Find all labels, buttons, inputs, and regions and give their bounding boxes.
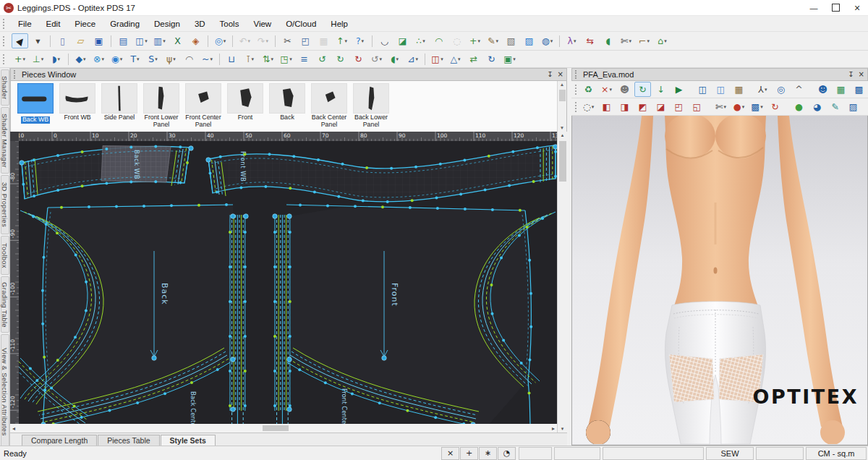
menu-file[interactable]: File [11, 18, 39, 30]
fabric-tube-button[interactable]: ◫ [694, 82, 711, 97]
curve-graph-button[interactable]: ◡ [376, 33, 393, 48]
texture-grid-button[interactable]: ▩▾ [749, 99, 765, 114]
pin-tool-button[interactable]: ⊺▾ [242, 51, 258, 67]
mesh-map-button[interactable]: ▩ [851, 82, 867, 97]
menu-edit[interactable]: Edit [39, 18, 68, 30]
scroll-up-icon[interactable]: ▲ [560, 81, 564, 88]
dart-button[interactable]: ◆▾ [72, 51, 89, 67]
print-button[interactable]: ▤ [115, 33, 132, 48]
sidebar-tab-3d-properties[interactable]: 3D Properties [1, 175, 9, 234]
menu-piece[interactable]: Piece [67, 18, 103, 30]
save-style-button[interactable]: ▣ [90, 33, 107, 48]
copy-button[interactable]: ◰ [297, 33, 314, 48]
fold-view-button[interactable]: ◖ [600, 33, 616, 48]
flip-direction-button[interactable]: ⇅▾ [260, 51, 276, 67]
cube-right-button[interactable]: ◪ [652, 99, 669, 114]
scene-props-button[interactable]: ≡ [863, 99, 868, 114]
fold-piece-button[interactable]: ◖▾ [386, 51, 403, 67]
menu-o-cloud[interactable]: O/Cloud [278, 18, 323, 30]
new-style-button[interactable]: ▯ [54, 33, 71, 48]
canvas-vertical-scrollbar[interactable]: ▴ ▾ [557, 132, 567, 433]
marquee-button[interactable]: ▧ [503, 33, 519, 48]
cube-back-button[interactable]: ◨ [616, 99, 633, 114]
menu-help[interactable]: Help [323, 18, 355, 30]
cut-button[interactable]: ✂ [279, 33, 296, 48]
mirror-piece-button[interactable]: ⊿▾ [404, 51, 421, 67]
delete-tool-button[interactable]: ⊔ [224, 51, 240, 67]
scroll-thumb[interactable] [263, 425, 289, 431]
piece-item-back-wb[interactable]: Back WB [15, 83, 56, 132]
cube-iso-button[interactable]: ◱ [689, 99, 705, 114]
move-point-button[interactable]: +▾ [12, 51, 28, 67]
wave-line-button[interactable]: ~▾ [199, 51, 216, 67]
clear-sim-button[interactable]: ×▾ [598, 82, 615, 97]
plotter-button[interactable]: ▥▾ [151, 33, 168, 48]
load-avatar-button[interactable]: ☻ [616, 82, 633, 97]
piece-item-front-wb[interactable]: Front WB [57, 83, 98, 132]
zoom-button[interactable]: ◎▾ [212, 33, 229, 48]
swap-sides-button[interactable]: ⇄ [465, 51, 482, 67]
cut-piece-button[interactable]: ✄▾ [618, 33, 634, 48]
rotate-angle-button[interactable]: ↻ [350, 51, 367, 67]
scroll-down-icon[interactable]: ▾ [559, 425, 566, 433]
minimize-button[interactable]: — [803, 0, 825, 15]
canvas-horizontal-scrollbar[interactable]: ◂ ▸ [10, 424, 557, 433]
stitch-swap-button[interactable]: ⇆ [582, 33, 598, 48]
button-button[interactable]: ◉▾ [109, 51, 125, 67]
pencil-notch-button[interactable]: ✎▾ [485, 33, 501, 48]
piece-item-front-lower-panel[interactable]: Front Lower Panel [141, 83, 182, 132]
overflow-chevron-button[interactable]: ^ [791, 82, 807, 97]
close-icon[interactable]: × [859, 70, 864, 79]
import-button[interactable]: ↑▾ [333, 33, 350, 48]
tension-map-button[interactable]: ▦ [833, 82, 849, 97]
undo-button[interactable]: ↶▾ [237, 33, 253, 48]
open-style-button[interactable]: ▱ [72, 33, 89, 48]
close-icon[interactable]: × [558, 70, 563, 79]
3d-viewport[interactable]: OPTITEX [571, 116, 868, 446]
cube-front-button[interactable]: ◧ [598, 99, 615, 114]
menu-design[interactable]: Design [147, 18, 187, 30]
place-pin-button[interactable]: ●▾ [731, 99, 747, 114]
fabric-tube-edit-button[interactable]: ◫ [712, 82, 729, 97]
restore-button[interactable] [825, 0, 846, 15]
shade-sphere-button[interactable]: ◕ [809, 99, 825, 114]
garment-button[interactable]: ⌂▾ [654, 33, 671, 48]
sync-2d3d-button[interactable]: ↻ [634, 82, 651, 97]
render-preview-button[interactable]: ◎ [773, 82, 789, 97]
sewing-machine-button[interactable]: ◗▾ [48, 51, 64, 67]
redo-button[interactable]: ↷▾ [255, 33, 271, 48]
refresh-sim-button[interactable]: ♻ [580, 82, 597, 97]
seam-shape-button[interactable]: S▾ [145, 51, 161, 67]
tab-pieces-table[interactable]: Pieces Table [98, 435, 159, 446]
help-button[interactable]: ?▾ [352, 33, 368, 48]
select-tool-button[interactable]: ▶ [12, 33, 28, 48]
scissors-3d-button[interactable]: ✄▾ [712, 99, 729, 114]
piece-item-back[interactable]: Back [267, 83, 307, 132]
pieces-window-header[interactable]: Pieces Window ↧ × [10, 68, 567, 81]
drop-cloth-button[interactable]: ↓ [652, 82, 669, 97]
texture-add-button[interactable]: ▦ [731, 82, 747, 97]
snap-angle-button[interactable]: ◔ [498, 447, 516, 460]
sidebar-tab-toolbox[interactable]: Toolbox [1, 236, 9, 275]
piece-item-back-lower-panel[interactable]: Back Lower Panel [351, 83, 391, 132]
arc-tool-button[interactable]: ◠ [430, 33, 447, 48]
corner-tool-button[interactable]: ⌐▾ [636, 33, 652, 48]
pin-icon[interactable]: ↧ [547, 70, 553, 79]
export-excel-button[interactable]: X [169, 33, 186, 48]
menu-grading[interactable]: Grading [103, 18, 147, 30]
rotate-piece-button[interactable]: ↻ [483, 51, 500, 67]
menu-3d[interactable]: 3D [187, 18, 213, 30]
scroll-thumb[interactable] [559, 141, 566, 182]
menu-view[interactable]: View [246, 18, 278, 30]
shade-piece-button[interactable]: ◪ [394, 33, 411, 48]
tab-style-sets[interactable]: Style Sets [161, 435, 216, 446]
print-preview-button[interactable]: ◫▾ [133, 33, 150, 48]
material-sphere-button[interactable]: ● [791, 99, 807, 114]
align-points-button[interactable]: ≡ [296, 51, 312, 67]
tab-compare-length[interactable]: Compare Length [22, 435, 97, 446]
snap-node-button[interactable]: × [441, 447, 459, 460]
piece-item-front-center-panel[interactable]: Front Center Panel [183, 83, 224, 132]
3d-panel-header[interactable]: PFA_Eva.mod ↧ × [571, 68, 868, 81]
sidebar-tab-view-selection-attributes[interactable]: View & Selection Attributes [1, 334, 9, 446]
perpendicular-point-button[interactable]: ⊥▾ [30, 51, 46, 67]
